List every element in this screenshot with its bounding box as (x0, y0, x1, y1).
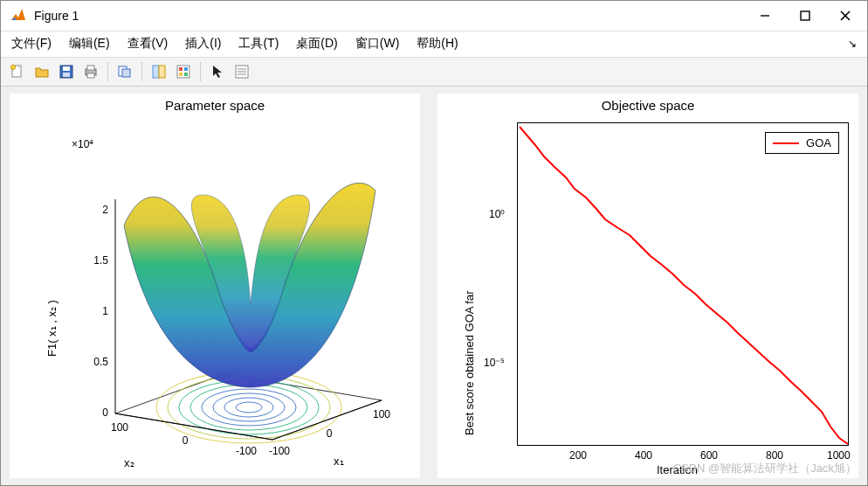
menu-insert[interactable]: 插入(I) (178, 32, 228, 55)
legend-line-icon (773, 142, 799, 144)
svg-rect-21 (184, 73, 188, 76)
menu-help[interactable]: 帮助(H) (410, 32, 465, 55)
convergence-line (518, 123, 850, 447)
menu-file[interactable]: 文件(F) (4, 32, 59, 55)
svg-rect-1 (801, 11, 809, 20)
figure-window: Figure 1 文件(F) 编辑(E) 查看(V) 插入(I) 工具(T) 桌… (0, 0, 868, 486)
colorbar-button[interactable] (172, 60, 195, 83)
svg-text:100: 100 (373, 408, 390, 420)
menu-window[interactable]: 窗口(W) (348, 32, 407, 55)
svg-text:0: 0 (102, 406, 108, 419)
z-exponent: ×10⁴ (72, 138, 93, 150)
x-tick: 200 (569, 449, 587, 462)
toolbar-separator (107, 62, 108, 81)
toolbar (1, 58, 867, 87)
menu-tools[interactable]: 工具(T) (231, 32, 286, 55)
y-tick: 10⁻⁵ (484, 357, 505, 369)
figure-canvas: Parameter space (1, 87, 867, 485)
x-tick: 1000 (827, 449, 851, 462)
right-chart-title: Objective space (438, 94, 858, 113)
x-axis-label: x₁ (334, 455, 344, 468)
svg-text:1.5: 1.5 (93, 254, 108, 267)
titlebar: Figure 1 (1, 1, 867, 31)
menu-view[interactable]: 查看(V) (121, 32, 176, 55)
new-figure-button[interactable] (6, 60, 29, 83)
maximize-button[interactable] (785, 3, 825, 29)
save-button[interactable] (55, 60, 78, 83)
y-tick: 10⁰ (489, 208, 505, 220)
svg-rect-14 (122, 69, 130, 77)
window-title: Figure 1 (34, 9, 79, 23)
svg-rect-18 (179, 67, 183, 71)
toolbar-separator (200, 62, 201, 81)
pointer-button[interactable] (206, 60, 229, 83)
svg-rect-9 (63, 73, 70, 77)
objective-space-axes[interactable]: Objective space GOA 10⁻⁵ 10⁰ 200 400 600… (437, 94, 858, 478)
toolbar-separator (141, 62, 142, 81)
menu-edit[interactable]: 编辑(E) (62, 32, 117, 55)
svg-text:-100: -100 (269, 445, 290, 457)
watermark: CSDN @智能算法研学社（Jack旭） (673, 461, 857, 476)
svg-text:0: 0 (183, 434, 189, 447)
svg-text:2: 2 (102, 204, 108, 216)
left-chart-title: Parameter space (10, 94, 419, 113)
surface-plot: 0 0.5 1 1.5 2 -100 0 100 (37, 112, 412, 462)
close-button[interactable] (825, 3, 865, 29)
copy-button[interactable] (114, 60, 136, 83)
svg-point-6 (11, 65, 16, 69)
print-button[interactable] (79, 60, 102, 83)
open-button[interactable] (31, 60, 53, 83)
svg-text:-100: -100 (236, 445, 257, 457)
minimize-button[interactable] (745, 3, 785, 29)
svg-text:1: 1 (102, 305, 108, 317)
menu-desktop[interactable]: 桌面(D) (289, 32, 344, 55)
svg-rect-16 (159, 66, 165, 78)
x-tick: 400 (635, 449, 652, 462)
properties-button[interactable] (231, 60, 253, 83)
svg-text:0: 0 (327, 427, 333, 440)
legend-label: GOA (806, 136, 831, 149)
svg-rect-11 (87, 66, 94, 70)
right-y-label: Best score obtained GOA far (463, 291, 476, 435)
svg-rect-20 (179, 73, 183, 76)
x-tick: 800 (766, 449, 783, 462)
y-axis-label: x₂ (124, 456, 134, 469)
matlab-icon (10, 7, 27, 24)
menubar: 文件(F) 编辑(E) 查看(V) 插入(I) 工具(T) 桌面(D) 窗口(W… (1, 31, 867, 57)
x-tick: 600 (700, 449, 718, 462)
datacursor-button[interactable] (148, 60, 170, 83)
right-axes-box: GOA (517, 122, 849, 446)
legend[interactable]: GOA (765, 132, 839, 154)
svg-rect-8 (63, 66, 70, 71)
svg-rect-15 (153, 66, 159, 78)
menu-more-icon[interactable]: ↘ (848, 38, 857, 50)
svg-rect-12 (87, 73, 94, 78)
z-axis-label: F1( x₁ , x₂ ) (45, 300, 59, 357)
svg-text:0.5: 0.5 (93, 356, 108, 368)
parameter-space-axes[interactable]: Parameter space (10, 94, 420, 478)
svg-rect-19 (184, 67, 188, 71)
svg-text:100: 100 (111, 421, 128, 434)
